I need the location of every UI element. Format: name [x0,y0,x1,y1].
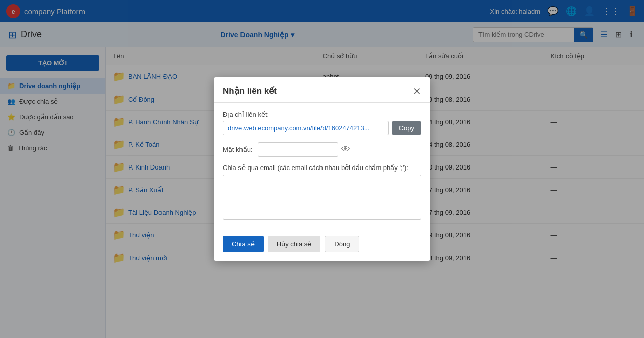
share-email-label: Chia sẻ qua email (các email cách nhau b… [223,164,421,172]
url-row: Copy [223,121,421,135]
copy-button[interactable]: Copy [392,121,421,135]
modal-title: Nhận liên kết [223,86,277,96]
cancel-share-button[interactable]: Hủy chia sẻ [268,236,320,252]
share-email-textarea[interactable] [223,175,421,220]
modal-body: Địa chỉ liên kết: Copy Mật khẩu: 👁 Chia … [214,103,430,230]
password-input[interactable] [258,142,338,157]
eye-icon[interactable]: 👁 [341,144,350,155]
password-row: Mật khẩu: 👁 [223,142,421,157]
modal-close-button[interactable]: ✕ [413,86,421,96]
share-button[interactable]: Chia sẻ [223,236,264,252]
url-label: Địa chỉ liên kết: [223,111,421,118]
share-link-modal: Nhận liên kết ✕ Địa chỉ liên kết: Copy M… [214,77,430,261]
url-input[interactable] [223,121,389,135]
modal-footer: Chia sẻ Hủy chia sẻ Đóng [214,230,430,261]
close-button[interactable]: Đóng [325,236,359,252]
modal-header: Nhận liên kết ✕ [214,77,430,103]
modal-overlay: Nhận liên kết ✕ Địa chỉ liên kết: Copy M… [0,0,644,338]
password-label: Mật khẩu: [223,146,253,153]
